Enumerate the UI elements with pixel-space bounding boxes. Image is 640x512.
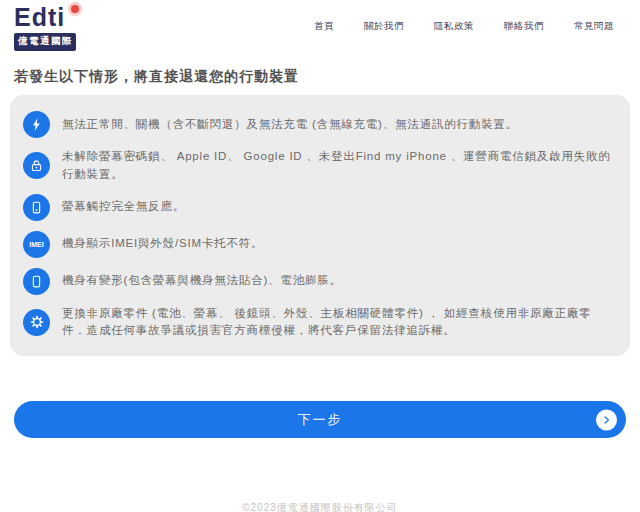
conditions-panel: 無法正常開、關機（含不斷閃退）及無法充電 (含無線充電)、無法通訊的行動裝置。 … (10, 95, 630, 356)
logo-subtitle: 億電通國際 (14, 33, 76, 51)
next-step-button[interactable]: 下一步 (14, 401, 626, 438)
lightning-icon (23, 111, 50, 138)
condition-text: 無法正常開、關機（含不斷閃退）及無法充電 (含無線充電)、無法通訊的行動裝置。 (62, 116, 518, 134)
nav-item-about[interactable]: 關於我們 (364, 20, 404, 33)
list-item: 無法正常開、關機（含不斷閃退）及無法充電 (含無線充電)、無法通訊的行動裝置。 (23, 106, 614, 143)
phone-icon (23, 268, 50, 295)
lock-icon (23, 152, 50, 179)
brand-logo[interactable]: Edti 億電通國際 (14, 4, 76, 51)
nav-item-privacy[interactable]: 隱私政策 (434, 20, 474, 33)
list-item: 機身有變形(包含螢幕與機身無法貼合)、電池膨脹。 (23, 263, 614, 300)
main-nav: 首頁 關於我們 隱私政策 聯絡我們 常見問題 (314, 20, 626, 33)
chevron-right-icon (596, 409, 617, 430)
nav-item-contact[interactable]: 聯絡我們 (504, 20, 544, 33)
next-step-button-label: 下一步 (298, 411, 343, 429)
condition-text: 未解除螢幕密碼鎖、 Apple ID、 Google ID 、未登出Find m… (62, 148, 614, 184)
header: Edti 億電通國際 首頁 關於我們 隱私政策 聯絡我們 常見問題 (0, 0, 640, 51)
nav-item-home[interactable]: 首頁 (314, 20, 334, 33)
list-item: IMEI 機身顯示IMEI與外殼/SIM卡托不符。 (23, 226, 614, 263)
gear-icon (23, 309, 50, 336)
condition-text: 機身有變形(包含螢幕與機身無法貼合)、電池膨脹。 (62, 272, 342, 290)
imei-icon-label: IMEI (29, 241, 43, 248)
list-item: 螢幕觸控完全無反應。 (23, 189, 614, 226)
logo-red-dot-icon (71, 5, 79, 13)
nav-item-faq[interactable]: 常見問題 (574, 20, 614, 33)
list-item: 未解除螢幕密碼鎖、 Apple ID、 Google ID 、未登出Find m… (23, 143, 614, 189)
condition-text: 更換非原廠零件 (電池、螢幕、 後鏡頭、外殼、主板相關硬體零件) ， 如經查核使… (62, 305, 614, 341)
touch-screen-icon (23, 194, 50, 221)
logo-wordmark: Edti (14, 4, 76, 30)
page-title: 若發生以下情形，將直接退還您的行動裝置 (14, 68, 626, 86)
condition-text: 機身顯示IMEI與外殼/SIM卡托不符。 (62, 235, 263, 253)
condition-text: 螢幕觸控完全無反應。 (62, 198, 185, 216)
imei-icon: IMEI (23, 231, 50, 258)
list-item: 更換非原廠零件 (電池、螢幕、 後鏡頭、外殼、主板相關硬體零件) ， 如經查核使… (23, 300, 614, 346)
copyright-text: ©2023億電通國際股份有限公司 (0, 501, 640, 512)
